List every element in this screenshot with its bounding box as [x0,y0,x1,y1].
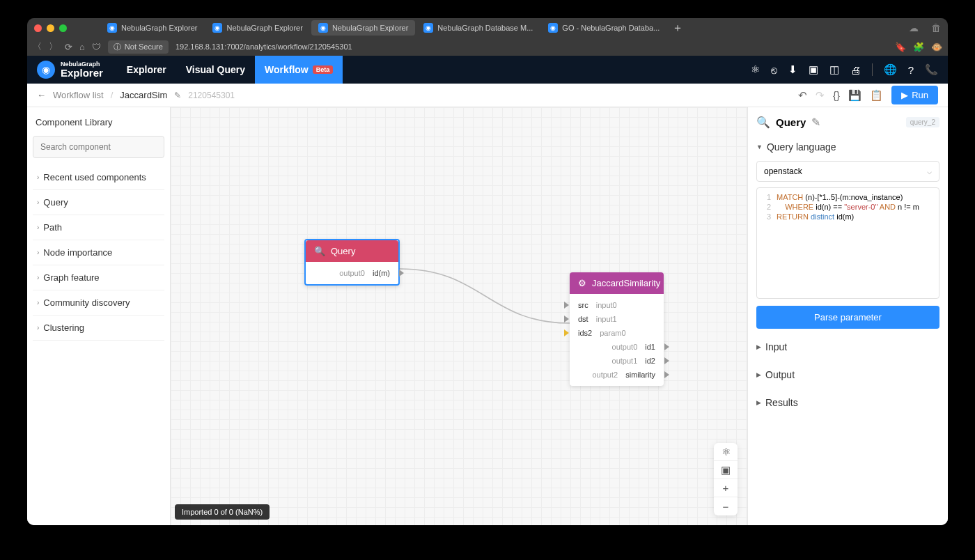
workflow-canvas[interactable]: 🔍Query output0 id(m) ⚙JaccardSimilarity … [171,107,747,525]
query-editor[interactable]: 1MATCH (n)-[*1..5]-(m:nova_instance) 2 W… [756,187,939,299]
node-input-row[interactable]: ids2 param0 [570,326,664,340]
url-text[interactable]: 192.168.8.131:7002/analytics/workflow/21… [176,42,888,51]
undo-icon[interactable]: ↶ [798,89,807,102]
sidebar-item[interactable]: ›Query [33,190,164,215]
run-button[interactable]: ▶Run [891,86,938,104]
browser-tab[interactable]: ◉GO - NebulaGraph Databa... [541,20,666,36]
save-as-icon[interactable]: 📋 [870,89,883,102]
output-port-icon[interactable] [664,343,669,350]
section-results[interactable]: ▶Results [756,393,939,412]
window-icon[interactable]: ▣ [809,63,818,76]
globe-icon[interactable]: 🌐 [884,63,897,76]
input-port-icon[interactable] [564,329,569,336]
sidebar-item[interactable]: ›Recent used components [33,165,164,190]
tab-favicon-icon: ◉ [423,23,433,33]
sidebar-item[interactable]: ›Node importance [33,240,164,265]
canvas-tools: ⚛ ▣ + − [714,443,738,515]
tab-label: NebulaGraph Explorer [226,24,302,32]
node-query[interactable]: 🔍Query output0 id(m) [304,239,400,286]
output-port-icon[interactable] [664,371,669,378]
home-icon[interactable]: ⌂ [79,42,85,52]
algorithm-node-icon: ⚙ [578,278,586,288]
node-output-row[interactable]: output2 similarity [570,368,664,382]
sidebar-item[interactable]: ›Path [33,215,164,240]
node-output-row[interactable]: output0 id1 [570,340,664,354]
browser-tabs: ◉NebulaGraph Explorer ◉NebulaGraph Explo… [100,20,903,36]
port-value: id1 [645,343,655,351]
fit-screen-icon[interactable]: ▣ [714,461,738,479]
caret-down-icon: ▼ [756,143,763,150]
browser-tab[interactable]: ◉NebulaGraph Explorer [100,20,204,36]
sidebar-item[interactable]: ›Community discovery [33,290,164,316]
close-window-icon[interactable] [34,24,42,32]
shield-icon[interactable]: 🛡 [92,42,101,52]
section-input[interactable]: ▶Input [756,337,939,357]
code-icon[interactable]: {} [833,89,840,101]
run-label: Run [912,90,928,100]
redo-icon[interactable]: ↷ [816,89,825,102]
section-query-language[interactable]: ▼Query language [756,137,939,157]
browser-tab[interactable]: ◉NebulaGraph Database M... [416,20,540,36]
layout-icon[interactable]: ◫ [829,63,839,76]
input-port-icon[interactable] [564,316,569,322]
forward-icon[interactable]: 〉 [49,40,58,53]
section-output[interactable]: ▶Output [756,365,939,384]
component-sidebar: Component Library ›Recent used component… [27,107,171,525]
print-icon[interactable]: 🖨 [850,64,861,76]
avatar-icon[interactable]: 🐵 [931,42,942,52]
layout-tool-icon[interactable]: ⚛ [714,443,738,461]
parse-button[interactable]: Parse parameter [756,306,939,329]
save-icon[interactable]: 💾 [848,89,861,102]
caret-right-icon: ▶ [756,399,761,406]
nav-visual-query[interactable]: Visual Query [176,56,255,84]
sidebar-item[interactable]: ›Graph feature [33,265,164,290]
output-port-icon[interactable] [399,270,404,277]
language-select[interactable]: openstack⌵ [756,161,939,182]
sidebar-item-label: Query [43,197,68,208]
search-input[interactable] [33,136,164,158]
nav-explorer[interactable]: Explorer [117,56,176,84]
node-title: JaccardSimilarity [592,278,660,288]
input-port-icon[interactable] [564,302,569,309]
browser-tab[interactable]: ◉NebulaGraph Explorer [205,20,309,36]
minimize-window-icon[interactable] [47,24,54,32]
edit-icon[interactable]: ✎ [811,116,820,129]
extension-icon[interactable]: 🧩 [913,42,924,52]
browser-tab[interactable]: ◉NebulaGraph Explorer [311,20,415,36]
output-port-icon[interactable] [664,357,669,364]
cloud-icon[interactable]: ☁ [909,22,919,33]
zoom-in-icon[interactable]: + [714,479,738,497]
node-input-row[interactable]: dst input1 [570,312,664,326]
back-icon[interactable]: 〈 [33,40,42,53]
nav-workflow[interactable]: WorkflowBeta [255,56,343,84]
node-output-row[interactable]: output0 id(m) [306,266,398,280]
trash-icon[interactable]: 🗑 [931,22,941,33]
download-icon[interactable]: ⬇ [788,63,797,76]
tree-icon[interactable]: ⎋ [771,64,777,76]
breadcrumb-parent[interactable]: Workflow list [53,90,104,100]
node-header[interactable]: 🔍Query [306,240,398,262]
graph-icon[interactable]: ⚛ [751,63,760,76]
reload-icon[interactable]: ⟳ [65,42,72,52]
zoom-out-icon[interactable]: − [714,497,738,515]
security-chip[interactable]: ⓘNot Secure [108,40,169,54]
node-jaccard[interactable]: ⚙JaccardSimilarity src input0 dst input1… [570,272,664,386]
help-icon[interactable]: ? [908,64,914,76]
url-bar: 〈 〉 ⟳ ⌂ 🛡 ⓘNot Secure 192.168.8.131:7002… [27,38,948,56]
node-output-row[interactable]: output1 id2 [570,354,664,368]
caret-right-icon: ▶ [756,371,761,378]
edit-icon[interactable]: ✎ [174,91,181,100]
edge-line [398,267,572,330]
phone-icon[interactable]: 📞 [925,63,938,76]
node-input-row[interactable]: src input0 [570,298,664,312]
tab-favicon-icon: ◉ [107,23,117,33]
new-tab-button[interactable]: ＋ [668,21,687,36]
sidebar-item[interactable]: ›Clustering [33,316,164,341]
workflow-id: 2120545301 [188,91,235,100]
node-header[interactable]: ⚙JaccardSimilarity [570,272,664,294]
back-arrow-icon[interactable]: ← [37,90,46,100]
bookmark-icon[interactable]: 🔖 [895,42,906,52]
maximize-window-icon[interactable] [59,24,67,32]
caret-right-icon: ▶ [756,343,761,350]
app-logo[interactable]: ◉ NebulaGraphExplorer [37,61,103,79]
